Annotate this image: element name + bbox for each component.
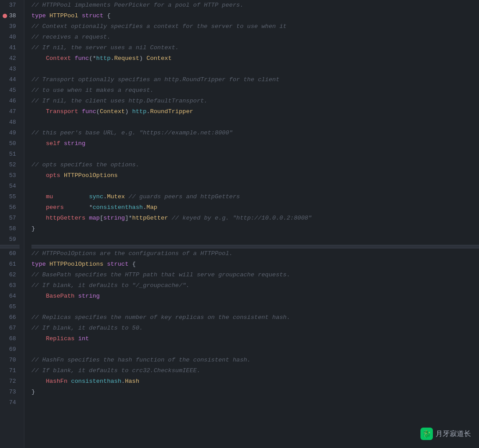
line-number-54: 54: [0, 181, 20, 192]
line-number-73: 73: [0, 387, 20, 397]
code-line-55: mu sync.Mutex // guards peers and httpGe…: [31, 192, 479, 202]
line-numbers-panel: 3738394041424344454647484950515253545556…: [0, 0, 24, 448]
code-line-60: // HTTPPoolOptions are the configuration…: [31, 248, 479, 259]
code-line-42: Context func(*http.Request) Context: [31, 53, 479, 64]
code-line-56: peers *consistenthash.Map: [31, 202, 479, 213]
line-number-38: 38: [0, 11, 20, 21]
watermark-text: 月牙寂道长: [436, 429, 471, 439]
code-line-72: HashFn consistenthash.Hash: [31, 376, 479, 387]
code-line-59: [31, 234, 479, 245]
code-line-39: // Context optionally specifies a contex…: [31, 21, 479, 32]
code-line-53: opts HTTPPoolOptions: [31, 170, 479, 181]
code-line-63: // If blank, it defaults to "/_groupcach…: [31, 280, 479, 291]
line-number-60: 60: [0, 248, 20, 259]
line-number-45: 45: [0, 85, 20, 96]
code-line-69: [31, 344, 479, 355]
code-line-47: Transport func(Context) http.RoundTrippe…: [31, 106, 479, 117]
line-number-46: 46: [0, 96, 20, 106]
line-number-44: 44: [0, 75, 20, 85]
line-number-40: 40: [0, 32, 20, 43]
line-number-41: 41: [0, 43, 20, 53]
line-number-43: 43: [0, 64, 20, 75]
line-number-39: 39: [0, 21, 20, 32]
line-number-74: 74: [0, 397, 20, 408]
line-number-71: 71: [0, 365, 20, 376]
line-number-55: 55: [0, 192, 20, 202]
line-number-67: 67: [0, 323, 20, 334]
line-number-53: 53: [0, 170, 20, 181]
line-number-62: 62: [0, 270, 20, 280]
line-number-69: 69: [0, 344, 20, 355]
line-number-47: 47: [0, 106, 20, 117]
code-line-45: // to use when it makes a request.: [31, 85, 479, 96]
line-number-72: 72: [0, 376, 20, 387]
code-line-44: // Transport optionally specifies an htt…: [31, 75, 479, 85]
code-line-48: [31, 117, 479, 128]
code-line-57: httpGetters map[string]*httpGetter // ke…: [31, 213, 479, 224]
line-number-66: 66: [0, 312, 20, 323]
line-number-64: 64: [0, 291, 20, 302]
line-number-48: 48: [0, 117, 20, 128]
code-line-51: [31, 149, 479, 160]
code-line-65: [31, 302, 479, 312]
separator-code: [31, 245, 479, 248]
code-line-71: // If blank, it defaults to crc32.Checks…: [31, 365, 479, 376]
code-line-64: BasePath string: [31, 291, 479, 302]
line-number-59: 59: [0, 234, 20, 245]
line-number-37: 37: [0, 0, 20, 11]
line-number-63: 63: [0, 280, 20, 291]
line-number-50: 50: [0, 138, 20, 149]
code-line-43: [31, 64, 479, 75]
code-line-73: }: [31, 387, 479, 397]
code-line-50: self string: [31, 138, 479, 149]
line-number-42: 42: [0, 53, 20, 64]
code-line-62: // BasePath specifies the HTTP path that…: [31, 270, 479, 280]
line-number-51: 51: [0, 149, 20, 160]
watermark-icon: 🐉: [420, 428, 433, 440]
line-number-56: 56: [0, 202, 20, 213]
code-line-52: // opts specifies the options.: [31, 160, 479, 170]
line-number-57: 57: [0, 213, 20, 224]
line-number-65: 65: [0, 302, 20, 312]
line-number-61: 61: [0, 259, 20, 270]
line-number-58: 58: [0, 224, 20, 234]
code-line-61: type HTTPPoolOptions struct {: [31, 259, 479, 270]
code-line-46: // If nil, the client uses http.DefaultT…: [31, 96, 479, 106]
line-number-49: 49: [0, 128, 20, 138]
line-number-52: 52: [0, 160, 20, 170]
code-line-38: type HTTPPool struct {: [31, 11, 479, 21]
code-line-74: [31, 397, 479, 408]
code-line-54: [31, 181, 479, 192]
code-area: // HTTPPool implements PeerPicker for a …: [24, 0, 479, 448]
line-number-70: 70: [0, 355, 20, 365]
watermark: 🐉 月牙寂道长: [420, 428, 471, 440]
code-editor: 3738394041424344454647484950515253545556…: [0, 0, 479, 448]
code-line-68: Replicas int: [31, 334, 479, 344]
line-number-68: 68: [0, 334, 20, 344]
code-line-41: // If nil, the server uses a nil Context…: [31, 43, 479, 53]
code-line-66: // Replicas specifies the number of key …: [31, 312, 479, 323]
code-line-49: // this peer's base URL, e.g. "https://e…: [31, 128, 479, 138]
code-line-70: // HashFn specifies the hash function of…: [31, 355, 479, 365]
code-line-37: // HTTPPool implements PeerPicker for a …: [31, 0, 479, 11]
code-line-40: // receives a request.: [31, 32, 479, 43]
code-line-67: // If blank, it defaults to 50.: [31, 323, 479, 334]
breakpoint-dot: [3, 14, 7, 18]
separator: [0, 245, 20, 248]
code-line-58: }: [31, 224, 479, 234]
